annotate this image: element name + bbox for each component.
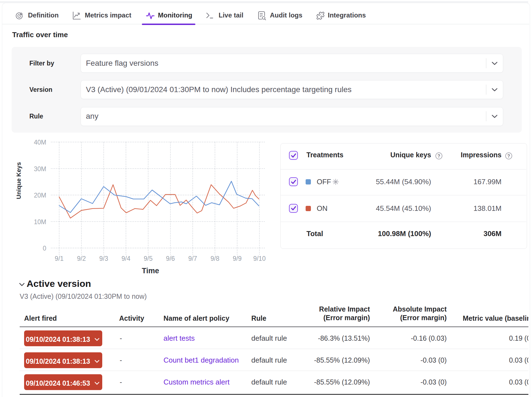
- svg-text:9/1: 9/1: [55, 255, 64, 262]
- svg-text:Time: Time: [142, 267, 159, 275]
- svg-text:40M: 40M: [34, 139, 46, 146]
- svg-text:20M: 20M: [34, 192, 46, 199]
- svg-text:10M: 10M: [34, 218, 46, 226]
- svg-text:9/8: 9/8: [211, 255, 219, 262]
- svg-text:9/3: 9/3: [99, 255, 108, 262]
- svg-text:9/6: 9/6: [166, 255, 175, 262]
- svg-text:9/7: 9/7: [188, 255, 197, 262]
- svg-text:Unique Keys: Unique Keys: [15, 162, 22, 199]
- svg-text:?: ?: [507, 154, 510, 158]
- svg-text:9/10: 9/10: [253, 255, 266, 262]
- svg-text:9/9: 9/9: [233, 255, 242, 262]
- svg-text:0: 0: [43, 245, 46, 252]
- svg-text:9/4: 9/4: [122, 255, 131, 262]
- svg-text:9/5: 9/5: [144, 255, 153, 262]
- svg-text:?: ?: [438, 154, 440, 158]
- svg-text:9/2: 9/2: [77, 255, 86, 262]
- svg-text:30M: 30M: [34, 165, 46, 173]
